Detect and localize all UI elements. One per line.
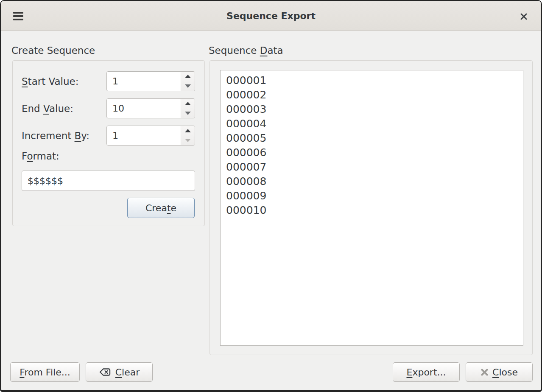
increment-by-spinbox — [106, 126, 195, 146]
start-value-spinbox — [106, 71, 195, 91]
end-value-spin-up-button[interactable] — [181, 99, 195, 109]
list-item[interactable]: 000010 — [226, 203, 523, 218]
create-sequence-heading: Create Sequence — [11, 45, 95, 56]
create-sequence-group: Start Value: End Value: Increment By: — [12, 60, 205, 226]
spin-down-icon — [185, 139, 191, 142]
start-value-label: Start Value: — [22, 71, 78, 91]
close-x-icon — [481, 368, 489, 376]
list-item[interactable]: 000003 — [226, 102, 523, 117]
end-value-input[interactable] — [107, 99, 181, 118]
window-title: Sequence Export — [1, 11, 541, 21]
increment-by-spin-up-button[interactable] — [181, 126, 195, 136]
spin-up-icon — [185, 129, 191, 132]
spin-down-icon — [185, 84, 191, 88]
clear-button-label: Clear — [115, 367, 140, 378]
list-item[interactable]: 000006 — [226, 146, 523, 160]
increment-by-spin-down-button[interactable] — [181, 136, 195, 146]
titlebar: Sequence Export — [1, 1, 541, 31]
sequence-data-group: 0000010000020000030000040000050000060000… — [210, 60, 533, 355]
hamburger-icon — [13, 12, 23, 14]
from-file-button-label: From File... — [20, 367, 70, 378]
increment-by-input[interactable] — [107, 126, 181, 145]
list-item[interactable]: 000007 — [226, 160, 523, 174]
start-value-spin-up-button[interactable] — [181, 72, 195, 81]
close-button-label: Close — [492, 367, 518, 378]
increment-by-label: Increment By: — [22, 126, 89, 146]
start-value-input[interactable] — [107, 72, 181, 91]
export-button-label: Export... — [406, 367, 446, 378]
increment-by-spin-buttons — [181, 126, 195, 145]
spin-down-icon — [185, 112, 191, 115]
end-value-spin-down-button[interactable] — [181, 109, 195, 118]
format-input[interactable] — [22, 171, 195, 191]
list-item[interactable]: 000008 — [226, 174, 523, 189]
backspace-clear-icon — [99, 367, 112, 377]
create-button[interactable]: Create — [127, 198, 195, 218]
from-file-button[interactable]: From File... — [10, 362, 80, 382]
start-value-spin-buttons — [181, 72, 195, 91]
window-close-button[interactable] — [517, 10, 530, 23]
create-button-label: Create — [145, 203, 176, 213]
hamburger-icon — [13, 15, 23, 17]
clear-button[interactable]: Clear — [86, 362, 153, 382]
close-icon — [520, 12, 528, 21]
create-sequence-heading-text: Create Sequence — [11, 45, 95, 56]
list-item[interactable]: 000002 — [226, 88, 523, 102]
menu-button[interactable] — [11, 10, 25, 22]
end-value-spinbox — [106, 98, 195, 118]
list-item[interactable]: 000001 — [226, 73, 523, 88]
sequence-data-heading: Sequence Data — [209, 45, 283, 56]
format-label: Format: — [22, 148, 59, 165]
export-button[interactable]: Export... — [393, 362, 460, 382]
end-value-spin-buttons — [181, 99, 195, 118]
list-item[interactable]: 000005 — [226, 131, 523, 146]
spin-up-icon — [185, 75, 191, 78]
sequence-data-heading-text: Sequence Data — [209, 45, 283, 56]
end-value-label: End Value: — [22, 98, 73, 118]
sequence-export-dialog: Sequence Export Create Sequence Start Va… — [0, 0, 542, 392]
close-button[interactable]: Close — [466, 362, 533, 382]
list-item[interactable]: 000009 — [226, 189, 523, 203]
start-value-spin-down-button[interactable] — [181, 81, 195, 91]
spin-up-icon — [185, 102, 191, 105]
sequence-data-list[interactable]: 0000010000020000030000040000050000060000… — [220, 70, 523, 346]
list-item[interactable]: 000004 — [226, 117, 523, 131]
hamburger-icon — [13, 19, 23, 20]
